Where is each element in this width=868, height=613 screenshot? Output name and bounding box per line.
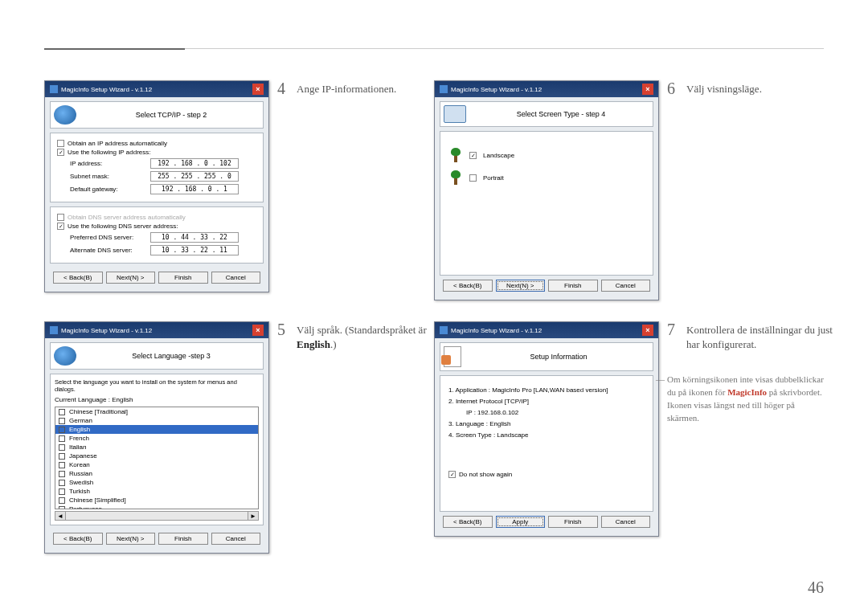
checkbox-icon (59, 435, 65, 442)
back-button[interactable]: < Back(B) (443, 516, 493, 528)
info-language: 3. Language : English (448, 420, 645, 427)
list-item[interactable]: Portuguese (55, 505, 258, 509)
close-icon[interactable]: × (642, 84, 653, 95)
language-list[interactable]: Chinese [Traditional]GermanEnglishFrench… (55, 407, 259, 509)
checkbox-icon (59, 444, 65, 451)
input-pdns[interactable]: 10 . 44 . 33 . 22 (150, 232, 239, 243)
checkbox-use-ip[interactable] (57, 149, 64, 156)
label-use-dns: Use the following DNS server address: (68, 223, 178, 230)
cancel-button[interactable]: Cancel (211, 272, 261, 284)
label-dont-show: Do not show again (459, 471, 512, 478)
list-item[interactable]: Japanese (55, 452, 258, 460)
list-item-label: Chinese [Traditional] (69, 408, 128, 415)
globe-icon (54, 346, 76, 366)
apply-button[interactable]: Apply (496, 516, 546, 528)
close-icon[interactable]: × (642, 325, 653, 336)
back-button[interactable]: < Back(B) (443, 280, 493, 292)
app-icon (50, 85, 58, 93)
app-icon (440, 85, 448, 93)
caption-number: 7 (667, 321, 675, 352)
checkbox-icon (59, 497, 65, 504)
checkbox-auto-dns (57, 214, 64, 221)
step-title: Select TCP/IP - step 2 (83, 111, 260, 119)
list-item[interactable]: English (55, 425, 258, 434)
checkbox-portrait[interactable] (469, 174, 477, 182)
checkbox-icon (59, 488, 65, 495)
tree-icon (448, 170, 463, 185)
checkbox-icon (59, 453, 65, 460)
list-item[interactable]: Chinese [Simplified] (55, 496, 258, 505)
checkbox-icon (59, 427, 65, 433)
cancel-button[interactable]: Cancel (601, 516, 651, 528)
horizontal-scrollbar[interactable]: ◄ ► (55, 511, 259, 521)
scroll-track[interactable] (66, 511, 248, 521)
checkbox-use-dns[interactable] (57, 223, 64, 230)
list-item[interactable]: Italian (55, 443, 258, 452)
caption-step7: 7 Kontrollera de inställningar du just h… (667, 321, 835, 352)
list-item[interactable]: German (55, 416, 258, 425)
label-auto-dns: Obtain DNS server address automatically (68, 214, 186, 221)
list-item-label: Italian (69, 443, 86, 451)
label-subnet: Subnet mask: (70, 173, 150, 180)
list-item-label: German (69, 417, 92, 424)
titlebar: MagicInfo Setup Wizard - v.1.12 × (435, 81, 658, 97)
close-icon[interactable]: × (252, 325, 264, 336)
monitor-icon (444, 105, 466, 123)
step-header: Select Language -step 3 (50, 342, 264, 370)
wizard-title: MagicInfo Setup Wizard - v.1.12 (451, 327, 639, 334)
list-item[interactable]: Russian (55, 469, 258, 478)
finish-button[interactable]: Finish (548, 280, 598, 292)
back-button[interactable]: < Back(B) (53, 533, 103, 545)
wizard-title: MagicInfo Setup Wizard - v.1.12 (451, 86, 639, 93)
step-header: Select Screen Type - step 4 (440, 101, 653, 127)
input-ip[interactable]: 192 . 168 . 0 . 102 (150, 158, 239, 169)
step-title: Setup Information (468, 353, 649, 361)
list-item[interactable]: French (55, 434, 258, 443)
page-number: 46 (808, 578, 824, 597)
checkbox-dont-show[interactable] (448, 471, 456, 478)
input-gateway[interactable]: 192 . 168 . 0 . 1 (150, 184, 239, 194)
finish-button[interactable]: Finish (548, 516, 598, 528)
close-icon[interactable]: × (252, 84, 264, 95)
finish-button[interactable]: Finish (158, 272, 208, 284)
globe-icon (54, 105, 76, 125)
next-button[interactable]: Next(N) > (106, 533, 156, 545)
step-header: Setup Information (440, 342, 653, 371)
checkbox-icon (59, 506, 65, 510)
list-item[interactable]: Chinese [Traditional] (55, 407, 258, 416)
input-subnet[interactable]: 255 . 255 . 255 . 0 (150, 171, 239, 182)
checkbox-landscape[interactable] (469, 152, 477, 159)
list-item-label: Russian (69, 470, 92, 477)
back-button[interactable]: < Back(B) (53, 272, 103, 284)
checkbox-auto-ip[interactable] (57, 140, 64, 147)
checkbox-icon (59, 471, 65, 477)
caption-step6: 6 Välj visningsläge. (667, 80, 762, 96)
list-item-label: Swedish (69, 479, 93, 486)
list-item[interactable]: Turkish (55, 487, 258, 496)
list-item[interactable]: Swedish (55, 478, 258, 487)
checkbox-icon (59, 409, 65, 415)
info-protocol: 2. Internet Protocol [TCP/IP] (448, 398, 645, 405)
footnote: ― Om körningsikonen inte visas dubbelkli… (667, 374, 828, 425)
label-landscape: Landscape (483, 152, 514, 159)
cancel-button[interactable]: Cancel (211, 533, 261, 545)
next-button[interactable]: Next(N) > (106, 272, 156, 284)
dialog-setupinfo: MagicInfo Setup Wizard - v.1.12 × Setup … (434, 321, 659, 537)
document-icon (444, 346, 461, 367)
current-language: Current Language : English (55, 396, 259, 403)
caption-text: Välj visningsläge. (686, 80, 762, 96)
list-item[interactable]: Korean (55, 460, 258, 469)
scroll-left-icon[interactable]: ◄ (55, 511, 66, 521)
list-item-label: Korean (69, 461, 90, 468)
step-title: Select Language -step 3 (83, 352, 260, 360)
label-ip: IP address: (70, 160, 150, 167)
scroll-right-icon[interactable]: ► (248, 511, 259, 521)
caption-step4: 4 Ange IP-informationen. (277, 80, 396, 96)
info-screentype: 4. Screen Type : Landscape (448, 431, 645, 439)
cancel-button[interactable]: Cancel (601, 280, 651, 292)
finish-button[interactable]: Finish (158, 533, 208, 545)
dash-icon: ― (656, 374, 665, 386)
input-adns[interactable]: 10 . 33 . 22 . 11 (150, 245, 239, 255)
next-button[interactable]: Next(N) > (496, 280, 546, 292)
checkbox-icon (59, 418, 65, 424)
